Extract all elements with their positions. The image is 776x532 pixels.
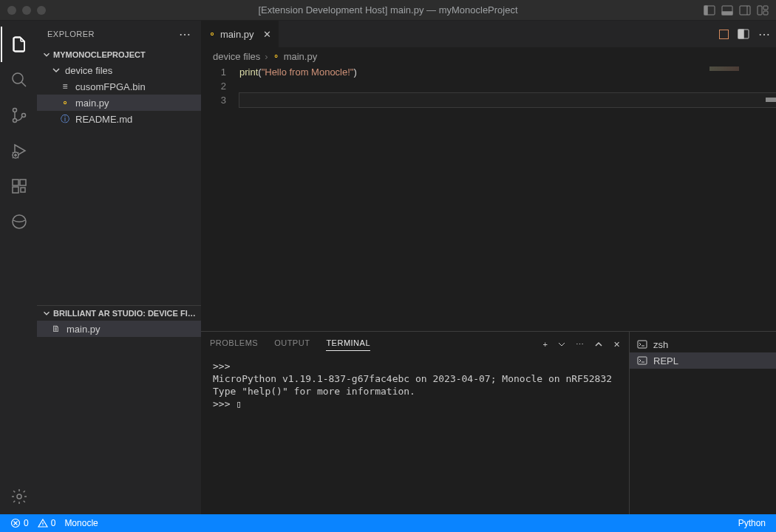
new-terminal-icon[interactable]: + — [543, 340, 548, 349]
status-device[interactable]: Monocle — [60, 518, 102, 528]
panel-tabs: PROBLEMS OUTPUT TERMINAL + ⋯ ✕ — [201, 332, 629, 357]
panel-tab-output[interactable]: OUTPUT — [274, 338, 310, 350]
svg-point-15 — [22, 114, 26, 117]
minimap-region — [709, 66, 739, 71]
svg-rect-10 — [763, 11, 768, 15]
svg-rect-2 — [704, 6, 707, 15]
file-label: README.md — [75, 114, 132, 125]
search-activity-icon[interactable] — [1, 62, 36, 98]
svg-rect-6 — [740, 6, 750, 15]
code-content[interactable]: print("Hello from Monocle!") — [239, 65, 776, 331]
settings-gear-icon[interactable] — [1, 479, 36, 514]
binary-file-icon: ≡ — [59, 81, 71, 92]
device-files-section-toggle[interactable]: BRILLIANT AR STUDIO: DEVICE FI… — [37, 306, 201, 321]
terminal-repl[interactable]: REPL — [630, 352, 776, 369]
custom-activity-icon[interactable] — [1, 204, 36, 239]
minimap[interactable] — [702, 65, 776, 331]
file-label: main.py — [75, 98, 109, 109]
chevron-down-icon — [41, 308, 52, 318]
svg-rect-25 — [738, 30, 743, 38]
terminal-label: REPL — [653, 355, 678, 366]
chevron-down-icon — [41, 50, 52, 60]
file-label: cusomFPGA.bin — [75, 81, 146, 92]
file-cusomfpga[interactable]: ≡ cusomFPGA.bin — [37, 78, 201, 95]
window-title: [Extension Development Host] main.py — m… — [258, 4, 517, 16]
code-token: print — [239, 66, 258, 78]
minimize-window-icon[interactable] — [22, 6, 31, 15]
explorer-activity-icon[interactable] — [1, 27, 36, 62]
titlebar: [Extension Development Host] main.py — m… — [0, 0, 776, 21]
svg-rect-8 — [758, 6, 762, 15]
extensions-activity-icon[interactable] — [1, 168, 36, 204]
chevron-down-icon — [50, 64, 62, 76]
breadcrumb-folder[interactable]: device files — [213, 51, 260, 62]
traffic-lights — [7, 6, 46, 15]
terminal-zsh[interactable]: zsh — [630, 336, 776, 352]
more-actions-icon[interactable]: ⋯ — [758, 27, 770, 41]
customize-layout-icon[interactable] — [757, 4, 769, 16]
stop-icon[interactable] — [719, 30, 729, 39]
terminal-output[interactable]: >>> MicroPython v1.19.1-837-g67fac4ebc o… — [201, 357, 629, 514]
activity-bar — [0, 21, 37, 514]
file-icon: 🗎 — [50, 323, 62, 335]
breadcrumb-file[interactable]: main.py — [284, 51, 318, 62]
python-file-icon: ⚬ — [273, 52, 279, 61]
device-file-main-py[interactable]: 🗎 main.py — [37, 321, 201, 337]
editor-area: ⚬ main.py ✕ ⋯ device files › ⚬ main.py 1… — [201, 21, 776, 514]
folder-label: device files — [65, 65, 112, 76]
overview-ruler-mark — [766, 98, 776, 102]
status-language[interactable]: Python — [734, 518, 770, 528]
folder-device-files[interactable]: device files — [37, 62, 201, 78]
terminal-dropdown-icon[interactable] — [558, 341, 565, 348]
terminal-list: zsh REPL — [630, 332, 776, 514]
breadcrumbs[interactable]: device files › ⚬ main.py — [201, 47, 776, 65]
code-editor[interactable]: 1 2 3 print("Hello from Monocle!") — [201, 65, 776, 331]
chevron-up-icon[interactable] — [594, 340, 603, 349]
toggle-secondary-sidebar-icon[interactable] — [739, 4, 751, 16]
svg-rect-26 — [638, 341, 647, 348]
panel-tab-problems[interactable]: PROBLEMS — [210, 338, 258, 350]
more-icon[interactable]: ⋯ — [576, 340, 584, 349]
file-main-py[interactable]: ⚬ main.py — [37, 95, 201, 111]
svg-rect-18 — [20, 180, 26, 185]
line-gutter: 1 2 3 — [201, 65, 239, 331]
python-file-icon: ⚬ — [208, 29, 216, 39]
close-icon[interactable]: ✕ — [263, 29, 271, 40]
svg-rect-9 — [763, 6, 768, 10]
panel-tab-terminal[interactable]: TERMINAL — [326, 338, 370, 351]
project-section-toggle[interactable]: MYMONOCLEPROJECT — [37, 47, 201, 62]
bottom-panel: PROBLEMS OUTPUT TERMINAL + ⋯ ✕ >>> Micro… — [201, 331, 776, 514]
svg-rect-17 — [13, 180, 18, 185]
tab-label: main.py — [220, 29, 254, 40]
info-file-icon: ⓘ — [59, 113, 71, 125]
warning-icon — [38, 518, 48, 528]
editor-tabs: ⚬ main.py ✕ ⋯ — [201, 21, 776, 47]
status-errors[interactable]: 0 — [6, 518, 33, 528]
sidebar-more-icon[interactable]: ⋯ — [179, 27, 191, 41]
svg-rect-19 — [13, 187, 18, 193]
language-label: Python — [738, 518, 766, 528]
file-readme[interactable]: ⓘ README.md — [37, 111, 201, 127]
toggle-panel-icon[interactable] — [721, 4, 733, 16]
line-number: 1 — [201, 65, 226, 79]
source-control-activity-icon[interactable] — [1, 98, 36, 133]
code-token: "Hello from Monocle!" — [262, 66, 354, 78]
project-name: MYMONOCLEPROJECT — [53, 50, 146, 59]
svg-point-22 — [17, 494, 21, 499]
error-icon — [10, 518, 21, 528]
close-panel-icon[interactable]: ✕ — [613, 340, 620, 349]
terminal-icon — [637, 339, 647, 349]
close-window-icon[interactable] — [7, 6, 16, 15]
run-debug-activity-icon[interactable] — [1, 133, 36, 168]
svg-point-14 — [13, 119, 17, 123]
terminal-icon — [637, 355, 647, 366]
status-warnings[interactable]: 0 — [33, 518, 61, 528]
split-editor-icon[interactable] — [738, 28, 749, 40]
zoom-window-icon[interactable] — [37, 6, 46, 15]
editor-actions: ⋯ — [719, 21, 776, 47]
tab-main-py[interactable]: ⚬ main.py ✕ — [201, 21, 279, 47]
python-file-icon: ⚬ — [59, 97, 71, 109]
svg-point-13 — [13, 109, 17, 112]
toggle-primary-sidebar-icon[interactable] — [704, 4, 715, 16]
svg-point-11 — [13, 73, 23, 83]
